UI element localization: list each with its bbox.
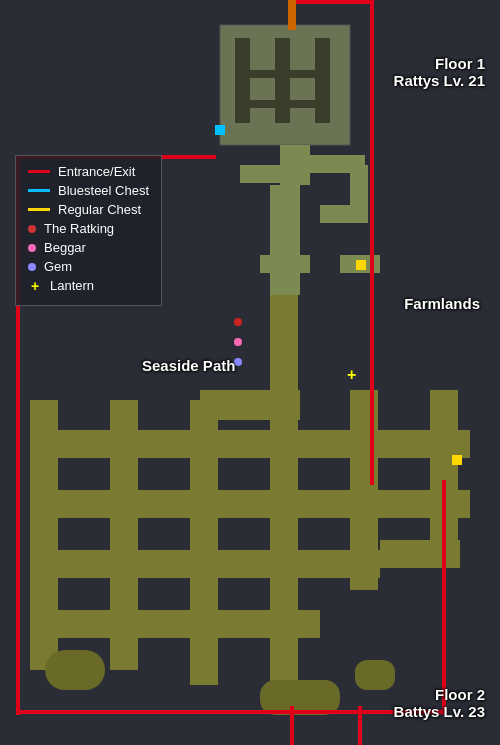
svg-rect-26 bbox=[270, 295, 298, 405]
legend-label-lantern: Lantern bbox=[50, 278, 94, 293]
map-svg: + bbox=[0, 0, 500, 745]
svg-rect-17 bbox=[30, 490, 470, 518]
svg-rect-20 bbox=[30, 400, 58, 670]
floor2-label: Floor 2 Battys Lv. 23 bbox=[394, 686, 485, 720]
map-container: + Entrance/Exit Bluesteel Chest Regular … bbox=[0, 0, 500, 745]
svg-rect-42 bbox=[290, 706, 294, 745]
legend-label-regular-chest: Regular Chest bbox=[58, 202, 141, 217]
svg-rect-36 bbox=[442, 480, 446, 715]
svg-rect-49 bbox=[234, 318, 242, 326]
svg-rect-48 bbox=[288, 0, 296, 30]
svg-rect-50 bbox=[234, 338, 242, 346]
svg-rect-30 bbox=[45, 650, 105, 690]
svg-rect-33 bbox=[380, 540, 460, 568]
svg-rect-31 bbox=[260, 680, 340, 715]
legend-item-beggar: Beggar bbox=[28, 240, 149, 255]
svg-rect-2 bbox=[235, 38, 250, 123]
svg-rect-21 bbox=[110, 400, 138, 670]
floor1-label: Floor 1 Rattys Lv. 21 bbox=[394, 55, 485, 89]
legend-item-entrance: Entrance/Exit bbox=[28, 164, 149, 179]
svg-rect-8 bbox=[240, 165, 280, 183]
legend-item-bluesteel: Bluesteel Chest bbox=[28, 183, 149, 198]
legend-label-gem: Gem bbox=[44, 259, 72, 274]
legend-label-beggar: Beggar bbox=[44, 240, 86, 255]
svg-rect-32 bbox=[355, 660, 395, 690]
svg-rect-5 bbox=[235, 70, 330, 78]
svg-rect-29 bbox=[270, 635, 298, 685]
gem-dot bbox=[28, 263, 36, 271]
lantern-cross: + bbox=[28, 279, 42, 293]
svg-rect-45 bbox=[356, 260, 366, 270]
legend-label-ratking: The Ratking bbox=[44, 221, 114, 236]
legend-label-entrance: Entrance/Exit bbox=[58, 164, 135, 179]
svg-rect-43 bbox=[358, 706, 362, 745]
beggar-dot bbox=[28, 244, 36, 252]
legend-item-ratking: The Ratking bbox=[28, 221, 149, 236]
entrance-color-swatch bbox=[28, 170, 50, 173]
regular-chest-color-swatch bbox=[28, 208, 50, 211]
svg-rect-27 bbox=[200, 390, 300, 420]
svg-rect-14 bbox=[270, 265, 300, 295]
seaside-path-label: Seaside Path bbox=[142, 357, 235, 374]
svg-rect-11 bbox=[320, 205, 368, 223]
legend-item-gem: Gem bbox=[28, 259, 149, 274]
legend-label-bluesteel: Bluesteel Chest bbox=[58, 183, 149, 198]
svg-rect-4 bbox=[315, 38, 330, 123]
svg-rect-40 bbox=[370, 0, 374, 200]
svg-rect-44 bbox=[215, 125, 225, 135]
svg-rect-23 bbox=[270, 400, 298, 670]
bluesteel-color-swatch bbox=[28, 189, 50, 192]
farmlands-label: Farmlands bbox=[404, 295, 480, 312]
svg-rect-28 bbox=[190, 635, 218, 685]
svg-rect-35 bbox=[16, 710, 446, 714]
svg-rect-37 bbox=[370, 195, 374, 485]
svg-rect-12 bbox=[270, 185, 300, 265]
svg-rect-6 bbox=[235, 100, 330, 108]
svg-rect-16 bbox=[30, 430, 470, 458]
svg-rect-39 bbox=[290, 0, 370, 4]
svg-rect-22 bbox=[190, 400, 218, 670]
svg-rect-7 bbox=[280, 145, 310, 185]
ratking-dot bbox=[28, 225, 36, 233]
legend: Entrance/Exit Bluesteel Chest Regular Ch… bbox=[15, 155, 162, 306]
svg-rect-46 bbox=[452, 455, 462, 465]
svg-rect-3 bbox=[275, 38, 290, 123]
legend-item-lantern: + Lantern bbox=[28, 278, 149, 293]
legend-item-regular-chest: Regular Chest bbox=[28, 202, 149, 217]
svg-text:+: + bbox=[347, 366, 356, 383]
